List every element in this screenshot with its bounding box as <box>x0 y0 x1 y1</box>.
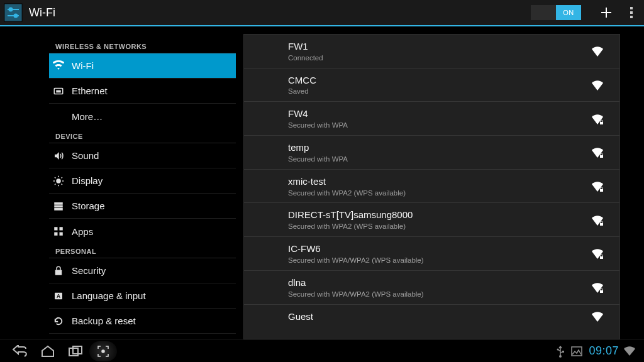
add-network-button[interactable] <box>594 0 619 26</box>
sidebar-item-label: Storage <box>72 200 105 211</box>
network-status: Secured with WPA <box>288 121 588 130</box>
plus-icon <box>599 6 613 19</box>
svg-point-5 <box>14 14 18 18</box>
network-ssid: FW1 <box>288 41 588 53</box>
network-ssid: Guest <box>288 311 588 323</box>
sidebar-item-more[interactable]: More… <box>49 104 236 129</box>
sound-icon <box>53 150 72 162</box>
nav-screenshot-button[interactable] <box>89 341 117 361</box>
sidebar-item-label: Ethernet <box>72 85 108 96</box>
network-ssid: FW4 <box>288 108 588 120</box>
signal-strength-icon <box>588 46 607 57</box>
network-status: Saved <box>288 87 588 96</box>
network-status: Secured with WPA2 (WPS available) <box>288 222 588 231</box>
settings-app-icon <box>0 0 26 26</box>
svg-rect-29 <box>55 270 62 275</box>
network-status: Secured with WPA/WPA2 (WPS available) <box>288 290 588 299</box>
svg-rect-24 <box>54 208 63 211</box>
svg-rect-34 <box>600 189 603 192</box>
wifi-network-row[interactable]: dlnaSecured with WPA/WPA2 (WPS available… <box>244 271 619 305</box>
overflow-menu-button[interactable] <box>619 0 644 26</box>
system-nav-bar: 09:07 <box>0 339 644 362</box>
wifi-network-list: FW1ConnectedCMCCSavedFW4Secured with WPA… <box>243 34 620 339</box>
sidebar-item-label: More… <box>72 111 103 122</box>
network-status: Secured with WPA2 (WPS available) <box>288 189 588 198</box>
sidebar-item-language[interactable]: A Language & input <box>49 283 236 309</box>
svg-point-40 <box>102 350 104 353</box>
svg-rect-36 <box>600 256 603 259</box>
svg-rect-25 <box>54 227 57 230</box>
svg-point-41 <box>557 348 559 350</box>
usb-status-icon <box>552 341 569 361</box>
sidebar-item-label: Backup & reset <box>72 315 136 326</box>
display-icon <box>53 175 72 187</box>
signal-strength-icon <box>588 147 607 158</box>
sidebar-item-label: Wi-Fi <box>72 60 94 71</box>
wifi-toggle[interactable]: ON <box>531 5 581 20</box>
wifi-network-row[interactable]: DIRECT-sT[TV]samsung8000Secured with WPA… <box>244 203 619 237</box>
wifi-network-row[interactable]: FW4Secured with WPA <box>244 102 619 136</box>
lock-icon <box>53 265 72 277</box>
sidebar-item-label: Apps <box>72 226 93 237</box>
sidebar-item-ethernet[interactable]: Ethernet <box>49 79 236 104</box>
section-device-label: DEVICE <box>49 129 236 143</box>
svg-point-4 <box>9 8 13 11</box>
svg-rect-10 <box>630 16 633 18</box>
wifi-network-row[interactable]: xmic-testSecured with WPA2 (WPS availabl… <box>244 170 619 204</box>
svg-rect-37 <box>600 290 603 293</box>
ethernet-icon <box>53 85 72 97</box>
nav-recents-button[interactable] <box>62 341 89 361</box>
svg-rect-22 <box>54 202 63 205</box>
svg-rect-42 <box>562 351 564 353</box>
svg-rect-33 <box>600 155 603 158</box>
sidebar-item-label: Display <box>72 175 103 186</box>
sidebar-item-sound[interactable]: Sound <box>49 143 236 168</box>
svg-line-18 <box>55 177 56 178</box>
signal-strength-icon <box>588 311 607 322</box>
svg-rect-28 <box>60 233 63 236</box>
wifi-icon <box>53 60 72 72</box>
home-icon <box>40 345 55 358</box>
svg-rect-9 <box>630 11 633 14</box>
apps-icon <box>53 226 72 237</box>
network-ssid: CMCC <box>288 75 588 87</box>
signal-strength-icon <box>588 80 607 91</box>
sidebar-item-label: Sound <box>72 150 99 161</box>
action-bar: Wi-Fi ON <box>0 0 644 26</box>
wifi-network-row[interactable]: tempSecured with WPA <box>244 136 619 170</box>
nav-back-button[interactable] <box>6 341 34 361</box>
sidebar-item-display[interactable]: Display <box>49 168 236 194</box>
network-status: Secured with WPA <box>288 155 588 164</box>
image-status-icon <box>569 341 585 361</box>
svg-rect-26 <box>60 227 63 230</box>
network-ssid: dlna <box>288 277 588 289</box>
sidebar-item-wifi[interactable]: Wi-Fi <box>49 53 236 79</box>
signal-strength-icon <box>588 215 607 226</box>
sidebar-item-backup[interactable]: Backup & reset <box>49 309 236 334</box>
svg-rect-32 <box>600 122 603 124</box>
wifi-network-row[interactable]: FW1Connected <box>244 35 619 69</box>
wifi-network-row[interactable]: CMCCSaved <box>244 69 619 102</box>
settings-sidebar: WIRELESS & NETWORKS Wi-Fi Ethernet More…… <box>0 26 236 339</box>
status-clock[interactable]: 09:07 <box>589 344 619 358</box>
recents-icon <box>68 346 83 357</box>
section-personal-label: PERSONAL <box>49 244 236 258</box>
wifi-status-icon <box>621 341 638 361</box>
svg-line-19 <box>62 184 63 185</box>
svg-rect-27 <box>54 233 57 236</box>
sidebar-item-apps[interactable]: Apps <box>49 219 236 244</box>
network-ssid: xmic-test <box>288 176 588 188</box>
wifi-network-row[interactable]: IC-FW6Secured with WPA/WPA2 (WPS availab… <box>244 237 619 271</box>
svg-rect-44 <box>572 347 582 356</box>
svg-rect-1 <box>5 4 21 21</box>
screenshot-icon <box>97 346 109 357</box>
section-wireless-label: WIRELESS & NETWORKS <box>49 39 236 53</box>
sidebar-item-security[interactable]: Security <box>49 258 236 283</box>
nav-home-button[interactable] <box>34 341 62 361</box>
svg-rect-8 <box>630 7 633 9</box>
sidebar-item-storage[interactable]: Storage <box>49 194 236 219</box>
sidebar-item-label: Language & input <box>72 290 146 301</box>
svg-point-13 <box>56 178 61 184</box>
wifi-network-row[interactable]: Guest <box>244 305 619 328</box>
svg-point-43 <box>559 355 562 358</box>
